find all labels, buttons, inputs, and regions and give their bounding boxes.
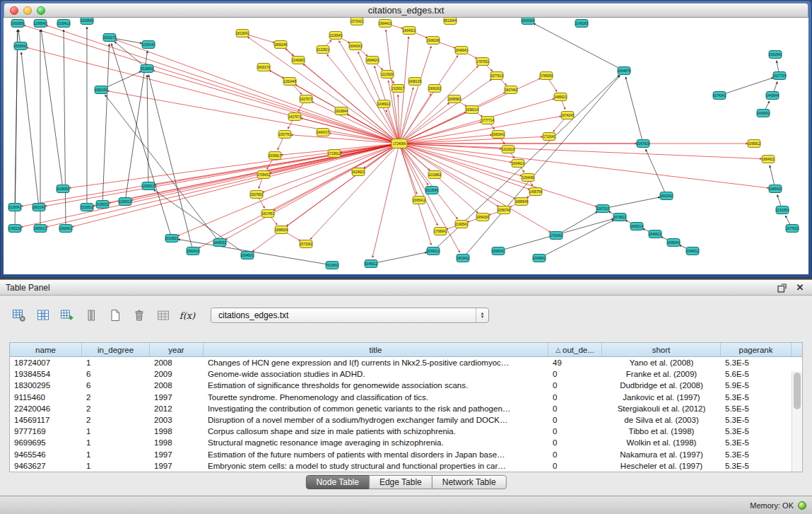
network-node[interactable]: 1709431: [257, 171, 270, 179]
cell[interactable]: 6: [82, 370, 150, 378]
network-node[interactable]: 1320017: [392, 85, 404, 93]
network-node[interactable]: 1520510: [81, 204, 93, 211]
network-edge[interactable]: [69, 144, 399, 188]
network-node[interactable]: 2053170: [103, 34, 116, 42]
network-node[interactable]: 1960410: [187, 247, 199, 255]
network-node[interactable]: 1681641: [492, 131, 505, 139]
network-edge[interactable]: [47, 144, 399, 227]
network-node[interactable]: 1860246: [274, 41, 287, 49]
table-settings-icon[interactable]: [10, 307, 28, 324]
network-canvas[interactable]: 1724096181304118602462240681160017012814…: [4, 18, 808, 274]
show-columns-icon[interactable]: [34, 307, 52, 324]
network-node[interactable]: 9245012: [365, 260, 377, 268]
network-node[interactable]: 2073262: [300, 240, 312, 248]
network-node[interactable]: 1723612: [328, 150, 341, 158]
network-node[interactable]: 1664021: [403, 27, 416, 35]
network-node[interactable]: 1290513: [119, 198, 131, 206]
column-header-in_degree[interactable]: in_degree: [82, 343, 150, 356]
network-node[interactable]: 2094561: [533, 255, 546, 262]
tab-edge-table[interactable]: Edge Table: [369, 475, 433, 489]
cell[interactable]: Tibbo et al. (1998): [602, 427, 721, 436]
network-node[interactable]: 1210862: [428, 171, 441, 179]
cell[interactable]: 5.3E-5: [721, 358, 792, 367]
network-edge[interactable]: [399, 144, 516, 199]
network-node[interactable]: 1982150: [95, 86, 107, 94]
network-node[interactable]: 1785090: [540, 72, 553, 80]
network-node[interactable]: 1708941: [434, 228, 447, 235]
cell[interactable]: 9115460: [10, 393, 82, 402]
column-header-short[interactable]: short: [602, 343, 721, 356]
cell[interactable]: Changes of HCN gene expression and I(f) …: [204, 358, 548, 367]
network-edge[interactable]: [27, 47, 399, 144]
cell[interactable]: Structural magnetic resonance image aver…: [204, 438, 548, 447]
network-edge[interactable]: [105, 95, 220, 243]
network-node[interactable]: 1650542: [14, 42, 27, 50]
network-edge[interactable]: [463, 76, 620, 258]
network-node[interactable]: 1507652: [250, 191, 263, 199]
network-node[interactable]: 1591540: [769, 51, 782, 59]
network-node[interactable]: 1063540: [81, 18, 93, 25]
cell[interactable]: Nakamura et al. (1997): [602, 450, 721, 459]
cell[interactable]: 1: [82, 438, 150, 447]
minimize-window-icon[interactable]: [23, 6, 32, 15]
network-graph[interactable]: 1724096181304118602462240681160017012814…: [4, 18, 808, 274]
network-node[interactable]: 1046912: [377, 100, 390, 108]
cell[interactable]: 5.3E-5: [721, 450, 792, 459]
network-edge[interactable]: [47, 25, 399, 144]
network-edge[interactable]: [399, 47, 431, 144]
network-edge[interactable]: [534, 23, 624, 71]
network-node[interactable]: 1650513: [142, 182, 155, 190]
network-node[interactable]: 2010821: [165, 235, 178, 243]
new-file-icon[interactable]: [106, 307, 124, 324]
cell[interactable]: 5.3E-5: [721, 438, 792, 447]
cell[interactable]: Tourette syndrome. Phenomenology and cla…: [204, 393, 548, 402]
delete-table-icon[interactable]: [130, 307, 148, 324]
network-node[interactable]: 2059012: [427, 247, 440, 255]
network-node[interactable]: 9274341: [713, 92, 726, 100]
column-header-title[interactable]: title: [204, 343, 548, 356]
cell[interactable]: 2008: [150, 381, 204, 390]
network-edge[interactable]: [147, 75, 148, 186]
network-edge[interactable]: [72, 144, 399, 227]
cell[interactable]: 1997: [150, 462, 204, 470]
cell[interactable]: 0: [548, 393, 602, 402]
network-edge[interactable]: [719, 78, 773, 95]
network-node[interactable]: 1427571: [288, 113, 301, 121]
cell[interactable]: Genome-wide association studies in ADHD.: [204, 370, 548, 378]
cell[interactable]: 18724007: [10, 358, 82, 367]
network-edge[interactable]: [41, 30, 63, 189]
network-edge[interactable]: [399, 116, 561, 144]
scrollbar-thumb[interactable]: [794, 373, 801, 409]
cell[interactable]: 22420046: [10, 404, 82, 413]
table-row[interactable]: 977716911998Corpus callosum shape and si…: [10, 426, 802, 437]
column-header-name[interactable]: name: [10, 343, 82, 356]
network-node[interactable]: 2100412: [57, 20, 70, 28]
cell[interactable]: Investigating the contribution of common…: [204, 404, 548, 413]
network-edge[interactable]: [15, 30, 18, 207]
network-node[interactable]: 1816304: [522, 18, 534, 25]
network-node[interactable]: 7613542: [326, 262, 339, 269]
cell[interactable]: Wolkin et al. (1998): [602, 438, 721, 447]
network-node[interactable]: 1919844: [335, 107, 348, 115]
network-node[interactable]: 1558214: [466, 106, 478, 114]
cell[interactable]: Yano et al. (2008): [602, 358, 721, 367]
network-node[interactable]: 1624621: [352, 168, 365, 176]
network-edge[interactable]: [358, 52, 399, 144]
table-row[interactable]: 1456911722003Disruption of a novel membe…: [10, 414, 802, 426]
network-node[interactable]: 1889549: [515, 198, 528, 206]
cell[interactable]: 5.5E-5: [721, 404, 792, 413]
network-node[interactable]: 1485021: [554, 93, 567, 101]
close-window-icon[interactable]: [10, 6, 18, 15]
cell[interactable]: 0: [548, 462, 602, 470]
network-edge[interactable]: [107, 91, 399, 144]
cell[interactable]: 0: [548, 450, 602, 459]
cell[interactable]: Estimation of the future numbers of pati…: [204, 450, 548, 459]
cell[interactable]: 5.3E-5: [721, 427, 792, 436]
network-edge[interactable]: [148, 75, 193, 251]
network-window-titlebar[interactable]: citations_edges.txt: [4, 3, 808, 18]
cell[interactable]: 5.3E-5: [721, 416, 792, 424]
column-header-pagerank[interactable]: pagerank: [721, 343, 792, 356]
cell[interactable]: 0: [548, 370, 602, 378]
cell[interactable]: 2009: [150, 370, 204, 378]
network-node[interactable]: 1813041: [236, 30, 249, 37]
